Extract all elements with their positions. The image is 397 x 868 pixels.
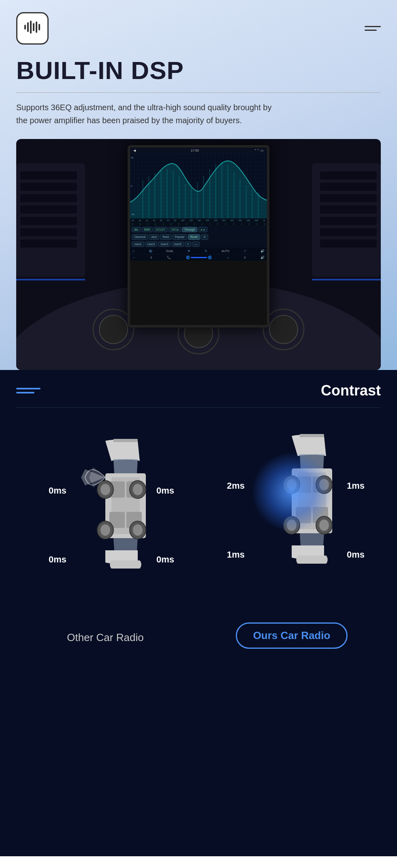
back-icon: ◀ [133, 149, 136, 152]
contrast-header: Contrast [16, 382, 381, 399]
reset-btn[interactable]: Reset [188, 234, 200, 240]
add-btn[interactable]: + [185, 242, 191, 247]
svg-rect-15 [20, 239, 77, 248]
nav-icon[interactable]: ↗ [243, 249, 246, 253]
svg-rect-9 [20, 171, 77, 180]
svg-rect-53 [227, 165, 228, 218]
classical-btn[interactable]: Classical [132, 234, 148, 240]
contrast-title: Contrast [321, 382, 381, 399]
other-top-right-delay: 0ms [156, 485, 174, 496]
svg-rect-3 [33, 23, 34, 31]
svg-rect-88 [300, 434, 324, 437]
user2-btn[interactable]: User2 [145, 242, 158, 247]
svg-point-31 [269, 315, 298, 344]
info-btn[interactable]: ① [201, 234, 208, 240]
our-car-column: 2ms 1ms 1ms 0ms Ours Car Radio [207, 424, 377, 649]
our-car-label-button[interactable]: Ours Car Radio [236, 622, 348, 649]
eq-buttons-row3: User1 User2 User3 User5 + — [130, 241, 267, 248]
screen-bottom-nav2: ← 0 📞 🌀 🌀 ♨ 0 🔊 [130, 254, 267, 261]
contrast-line-1 [16, 388, 41, 389]
dual-label: DUAL [166, 250, 174, 252]
srs-btn[interactable]: SRS● [169, 227, 181, 232]
recycle-icon[interactable]: ↻ [205, 249, 207, 253]
svg-point-72 [133, 524, 143, 536]
eq-chart-svg: 20 0 -20 [130, 154, 267, 218]
popular-btn[interactable]: Popular [172, 234, 187, 240]
svg-rect-14 [20, 228, 77, 236]
car-screen: ◀ 17:55 ⌃⌃ ▭ [128, 145, 269, 327]
our-bottom-right-delay: 0ms [347, 549, 365, 560]
svg-rect-24 [16, 279, 85, 280]
svg-rect-2 [30, 21, 32, 34]
dashboard-container: ◀ 17:55 ⌃⌃ ▭ [16, 139, 381, 370]
snowflake-icon[interactable]: ❄ [188, 249, 190, 253]
svg-rect-49 [203, 176, 204, 218]
blue-glow [251, 451, 332, 532]
svg-rect-18 [320, 183, 377, 191]
contrast-divider [16, 407, 381, 408]
contrast-lines-icon [16, 388, 41, 393]
contrast-section: Contrast [0, 370, 397, 856]
our-bottom-left-delay: 1ms [227, 549, 245, 560]
user5-btn[interactable]: User5 [171, 242, 184, 247]
other-car-view: 0ms 0ms 0ms 0ms [28, 429, 182, 623]
svg-rect-52 [221, 162, 222, 218]
other-car-sound-waves [77, 461, 134, 494]
other-top-left-delay: 0ms [49, 485, 66, 496]
svg-rect-43 [166, 169, 168, 218]
phone-icon[interactable]: 📞 [167, 256, 171, 259]
power-icon[interactable]: ⏻ [149, 249, 152, 253]
auto-label: AUTO [222, 250, 229, 252]
svg-rect-4 [36, 21, 37, 33]
ddd-btn[interactable]: DDD [142, 227, 153, 232]
other-bottom-left-delay: 0ms [49, 554, 66, 565]
svg-rect-54 [233, 172, 235, 218]
svg-point-70 [100, 524, 110, 536]
dolby-btn[interactable]: DOLBY [154, 227, 168, 232]
heat-icon[interactable]: ♨ [226, 256, 229, 259]
dts-btn[interactable]: dts [132, 227, 141, 232]
hamburger-menu[interactable] [365, 26, 381, 31]
back-arrow[interactable]: ← [132, 256, 136, 259]
svg-rect-11 [20, 194, 77, 202]
svg-rect-47 [191, 186, 192, 218]
fan-control: 🌀 🌀 [186, 256, 212, 259]
svg-rect-12 [20, 205, 77, 214]
svg-point-27 [99, 315, 128, 344]
top-bar [16, 12, 381, 45]
zero-label-l: 0 [151, 256, 152, 259]
svg-rect-1 [27, 22, 29, 32]
zero-label-r: 0 [244, 256, 246, 259]
subtitle: Supports 36EQ adjustment, and the ultra-… [16, 101, 275, 127]
svg-rect-55 [239, 179, 241, 218]
svg-rect-25 [312, 279, 381, 280]
svg-rect-57 [252, 189, 253, 218]
rock-btn[interactable]: Rock [160, 234, 171, 240]
other-car-label: Other Car Radio [67, 631, 143, 644]
svg-rect-45 [179, 176, 180, 218]
user1-btn[interactable]: User1 [132, 242, 144, 247]
svg-rect-23 [320, 239, 377, 248]
vol-up-icon[interactable]: 🔊 [260, 249, 265, 253]
svg-rect-42 [160, 171, 162, 218]
fan-slider[interactable] [191, 257, 207, 258]
user3-btn[interactable]: User3 [158, 242, 171, 247]
svg-rect-58 [258, 192, 259, 218]
minus-btn[interactable]: — [192, 242, 200, 247]
svg-rect-10 [20, 183, 77, 191]
svg-rect-20 [320, 205, 377, 214]
vol-icon[interactable]: 🔊 [260, 256, 265, 259]
fan-icon-r[interactable]: 🌀 [208, 256, 212, 259]
fan-icon-l[interactable]: 🌀 [186, 256, 190, 259]
through-btn[interactable]: Through [182, 227, 197, 232]
vol-btn[interactable]: ● ● [198, 227, 207, 232]
jazz-btn[interactable]: Jazz [149, 234, 159, 240]
svg-rect-50 [209, 169, 210, 218]
svg-point-68 [133, 484, 143, 495]
home-icon[interactable]: ⌂ [132, 249, 134, 253]
contrast-line-2 [16, 392, 34, 393]
svg-rect-17 [320, 171, 377, 180]
our-car-view: 2ms 1ms 1ms 0ms [215, 424, 369, 618]
svg-rect-73 [113, 439, 138, 442]
audio-waveform-icon [23, 17, 42, 40]
